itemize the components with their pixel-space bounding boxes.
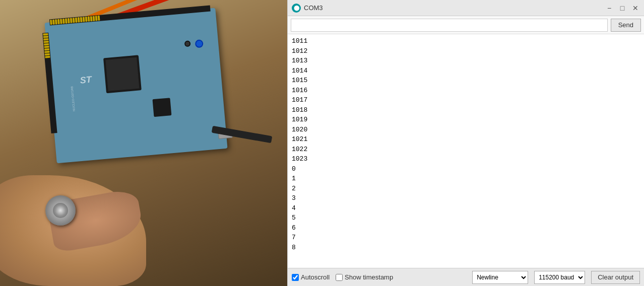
serial-monitor-panel: ⬤ COM3 − □ ✕ Send 1011101210131014101510… [287, 0, 644, 286]
timestamp-group: Show timestamp [336, 273, 393, 281]
clear-output-button[interactable]: Clear output [591, 271, 640, 284]
output-line: 1020 [292, 125, 640, 135]
output-line: 1014 [292, 66, 640, 76]
newline-select[interactable]: No line endingNewlineCarriage returnBoth… [472, 271, 528, 284]
close-button[interactable]: ✕ [631, 4, 640, 13]
output-line: 5 [292, 213, 640, 223]
serial-input[interactable] [291, 19, 608, 32]
title-controls: − □ ✕ [605, 4, 640, 13]
output-line: 7 [292, 233, 640, 243]
send-button[interactable]: Send [611, 19, 641, 32]
output-line: 8 [292, 243, 640, 253]
timestamp-checkbox[interactable] [336, 274, 343, 281]
arduino-icon: ⬤ [292, 4, 301, 13]
bottom-bar: Autoscroll Show timestamp No line ending… [288, 268, 644, 286]
window-title: COM3 [304, 4, 323, 12]
output-line: 1013 [292, 56, 640, 66]
output-line: 3 [292, 193, 640, 203]
output-line: 1021 [292, 134, 640, 145]
output-line: 4 [292, 203, 640, 213]
output-line: 6 [292, 223, 640, 233]
output-line: 1011 [292, 36, 640, 46]
minimize-button[interactable]: − [605, 4, 614, 13]
baud-select[interactable]: 300 baud1200 baud2400 baud4800 baud9600 … [534, 271, 585, 284]
output-area[interactable]: 1011101210131014101510161017101810191020… [288, 34, 644, 268]
output-line: 1017 [292, 95, 640, 105]
output-line: 1 [292, 174, 640, 184]
output-line: 1018 [292, 105, 640, 115]
output-line: 1022 [292, 145, 640, 155]
output-line: 1016 [292, 86, 640, 96]
autoscroll-group: Autoscroll [292, 273, 330, 281]
output-line: 1019 [292, 115, 640, 125]
board-image-panel: ST NUCLEO-G071RB [0, 0, 287, 286]
restore-button[interactable]: □ [618, 4, 627, 13]
timestamp-label[interactable]: Show timestamp [345, 273, 393, 281]
output-line: 1012 [292, 46, 640, 56]
output-line: 0 [292, 164, 640, 174]
output-line: 1015 [292, 76, 640, 86]
title-left: ⬤ COM3 [292, 4, 323, 13]
input-row: Send [288, 16, 644, 34]
autoscroll-checkbox[interactable] [292, 274, 299, 281]
output-line: 1023 [292, 154, 640, 164]
output-line: 2 [292, 184, 640, 194]
title-bar: ⬤ COM3 − □ ✕ [288, 0, 644, 16]
autoscroll-label[interactable]: Autoscroll [301, 273, 330, 281]
